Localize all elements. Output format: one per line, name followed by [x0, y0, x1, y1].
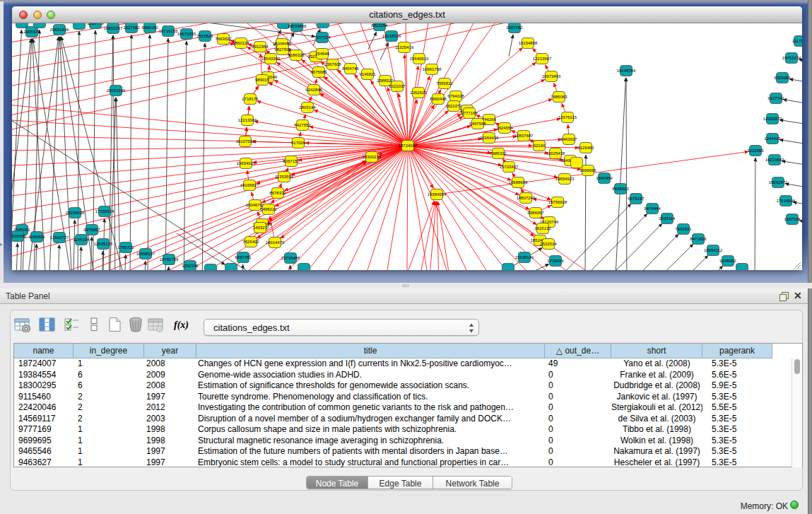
graph-node-label: 1145194 [73, 238, 90, 242]
close-panel-icon[interactable]: ✕ [794, 290, 802, 301]
graph-node-label: 15720407 [500, 165, 519, 169]
table-cell: 18724007 [14, 358, 73, 370]
column-header-out_de[interactable]: △ out_de… [545, 344, 611, 358]
select-rows-icon[interactable] [64, 317, 80, 332]
table-row[interactable]: 911546021997Tourette syndrome. Phenomeno… [14, 392, 772, 403]
divider-handle[interactable] [402, 284, 409, 287]
graph-node-label: 19654923 [555, 177, 575, 181]
graph-node[interactable] [298, 264, 310, 271]
graph-node-label: 8471626 [690, 237, 707, 241]
network-view-window[interactable]: citations_edges.txt 20055712069140612937… [12, 6, 802, 270]
table-row[interactable]: 969969511998Structural magnetic resonanc… [14, 436, 772, 447]
graph-node-label: 9463627 [560, 137, 577, 141]
graph-node[interactable] [502, 264, 514, 271]
graph-node[interactable] [205, 264, 217, 271]
graph-edge [565, 223, 662, 270]
graph-node[interactable] [225, 264, 237, 271]
graph-edge [779, 140, 802, 156]
tab-node-table[interactable]: Node Table [307, 477, 368, 489]
graph-node-label: 15136141 [515, 255, 534, 259]
graph-node-label: 1244415 [764, 136, 781, 141]
graph-node-label: 12505135 [94, 242, 113, 246]
graph-node-label: 16914479 [266, 240, 285, 245]
graph-node[interactable] [317, 23, 329, 28]
graph-node-label: 140327 [253, 226, 268, 230]
graph-node-label: 11353594 [275, 175, 294, 179]
column-header-pagerank[interactable]: pagerank [702, 344, 772, 358]
column-header-year[interactable]: year [144, 344, 196, 358]
table-row[interactable]: 2242004622012Investigating the contribut… [14, 402, 772, 414]
table-scrollbar[interactable] [792, 358, 802, 467]
graph-edge [411, 201, 435, 270]
graph-node-label: 19756928 [548, 200, 567, 204]
table-row[interactable]: 1872400712008Changes of HCN gene express… [14, 358, 772, 370]
graph-node[interactable] [34, 23, 46, 28]
table-row[interactable]: 946362711997Embryonic stem cells: a mode… [14, 457, 772, 469]
column-header-short[interactable]: short [611, 344, 702, 358]
graph-node[interactable] [736, 264, 748, 271]
table-row[interactable]: 1830029562008Estimation of significance … [14, 380, 772, 392]
table-cell: Corpus callosum shape and size in male p… [196, 424, 545, 436]
graph-edge [753, 158, 755, 270]
network-window-title: citations_edges.txt [12, 9, 802, 20]
table-cell: Estimation of significance thresholds fo… [196, 380, 545, 392]
import-table-icon[interactable] [148, 317, 164, 332]
graph-node-label: 10719155 [159, 29, 178, 33]
graph-node[interactable] [571, 158, 583, 168]
dropdown-stepper-icon [467, 322, 476, 334]
graph-node-label: 8678332 [269, 191, 286, 195]
resize-grip-icon[interactable] [799, 268, 801, 269]
graph-node-label: 9474444 [644, 206, 661, 211]
graph-node[interactable] [73, 23, 86, 30]
scrollbar-thumb[interactable] [794, 359, 800, 374]
collapse-chevron-icon[interactable]: ▸ [0, 241, 4, 248]
table-row[interactable]: 946554611997Estimation of the future num… [14, 446, 772, 457]
column-header-in_degree[interactable]: in_degree [73, 344, 144, 358]
table-row[interactable]: 977716911998Corpus callosum shape and si… [14, 424, 772, 436]
table-cell: de Silva et al. (2003) [611, 414, 702, 425]
split-pane-divider[interactable] [0, 283, 812, 288]
table-cell: 0 [545, 402, 611, 414]
network-canvas[interactable]: 2005571206914061293779108552671527602696… [12, 23, 802, 270]
table-cell: Dudbridge et al. (2008) [611, 380, 702, 392]
table-row[interactable]: 1456911722003Disruption of a novel membe… [14, 414, 772, 425]
graph-edge [693, 85, 802, 270]
table-cell: 1 [73, 436, 144, 447]
graph-node-label: 7625402 [242, 240, 259, 244]
table-cell: 2 [73, 414, 144, 425]
column-header-name[interactable]: name [14, 344, 73, 358]
graph-node-label: 16782759 [160, 257, 179, 262]
graph-node-label: 6966160 [141, 25, 158, 30]
table-cell: 6 [73, 380, 144, 392]
graph-edge [626, 78, 628, 270]
graph-node-label: 3215955 [747, 148, 764, 153]
node-table[interactable]: namein_degreeyeartitle△ out_de…shortpage… [13, 343, 803, 467]
graph-node-label: 2803144 [299, 105, 316, 110]
tab-network-table[interactable]: Network Table [433, 477, 512, 489]
delete-icon[interactable] [128, 317, 144, 332]
graph-edge [146, 35, 150, 270]
graph-node-label: 1293779 [87, 23, 104, 25]
table-row[interactable]: 1938455462009Genome-wide association stu… [14, 370, 772, 381]
table-source-dropdown[interactable]: citations_edges.txt [204, 319, 479, 336]
graph-node-label: 17359924 [95, 209, 114, 214]
tab-edge-table[interactable]: Edge Table [368, 477, 433, 489]
graph-edge [12, 146, 408, 182]
float-panel-icon[interactable] [779, 292, 789, 301]
graph-node-label: 19166827 [240, 183, 259, 187]
table-cell: Investigating the contribution of common… [196, 402, 545, 414]
row-height-icon[interactable] [86, 317, 102, 332]
table-settings-icon[interactable] [14, 317, 30, 332]
table-cell: 0 [545, 414, 611, 425]
network-window-titlebar[interactable]: citations_edges.txt [12, 6, 802, 23]
function-builder-icon[interactable]: f(x) [174, 320, 189, 331]
table-header-row[interactable]: namein_degreeyeartitle△ out_de…shortpage… [14, 344, 772, 358]
graph-node-label: 1167534 [784, 217, 801, 221]
column-header-title[interactable]: title [196, 344, 545, 358]
show-columns-icon[interactable] [39, 317, 55, 332]
graph-node-label: 9657791 [235, 255, 252, 259]
graph-node-label: 16648784 [617, 69, 636, 73]
table-cell: Genome-wide association studies in ADHD. [196, 370, 545, 381]
table-cell: Jankovic et al. (1997) [611, 392, 702, 403]
new-file-icon[interactable] [107, 317, 123, 332]
